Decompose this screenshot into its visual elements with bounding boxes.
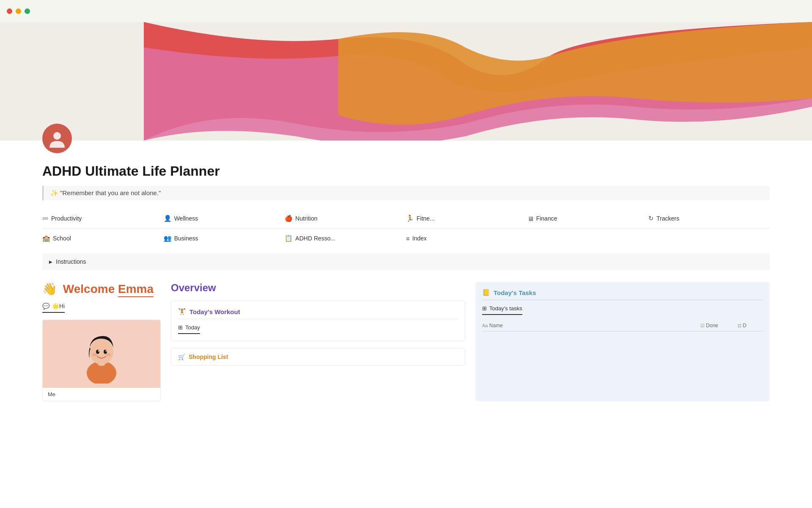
- hi-tab[interactable]: 💬 🌟Hi: [42, 303, 65, 313]
- profile-card: Me: [42, 320, 161, 401]
- tasks-table-header: Aa Name ☑ Done ⊡ D: [482, 320, 763, 331]
- finance-icon: 🖥: [527, 215, 534, 222]
- tasks-title: 📒 Today's Tasks: [482, 289, 763, 300]
- nav-empty-1: [527, 232, 649, 245]
- fitness-icon: 🏃: [406, 215, 414, 222]
- nav-row-2: 🏫 School 👥 Business 📋 ADHD Resso... ≡ In…: [42, 232, 770, 245]
- svg-point-5: [96, 350, 99, 354]
- workout-today-tab[interactable]: ⊞ Today: [178, 324, 200, 334]
- index-icon: ≡: [406, 235, 410, 242]
- wave-emoji: 👋: [42, 282, 57, 295]
- nav-nutrition[interactable]: 🍎 Nutrition: [285, 212, 406, 225]
- col-name: Aa Name: [482, 323, 697, 329]
- nav-empty-2: [648, 232, 770, 245]
- tasks-today-tab[interactable]: ⊞ Today's tasks: [482, 305, 522, 315]
- shopping-title: 🛒 Shopping List: [178, 353, 458, 360]
- productivity-icon: ≔: [42, 215, 49, 222]
- svg-point-1: [53, 132, 61, 140]
- welcome-name: Emma: [118, 282, 154, 297]
- school-icon: 🏫: [42, 235, 50, 242]
- titlebar: [0, 0, 812, 22]
- wellness-icon: 👤: [164, 215, 172, 222]
- trackers-icon: ↻: [648, 215, 654, 222]
- nav-productivity[interactable]: ≔ Productivity: [42, 212, 164, 225]
- tasks-emoji: 📒: [482, 289, 490, 296]
- nav-adhd-resources[interactable]: 📋 ADHD Resso...: [285, 232, 406, 245]
- business-icon: 👥: [164, 235, 172, 242]
- nav-fitness[interactable]: 🏃 Fitne...: [406, 212, 527, 225]
- workout-widget: 🏋 Today's Workout ⊞ Today: [171, 301, 465, 341]
- nav-school[interactable]: 🏫 School: [42, 232, 164, 245]
- quote-block: ✨ "Remember that you are not alone.": [42, 186, 770, 200]
- profile-image: [43, 320, 160, 388]
- adhd-icon: 📋: [285, 235, 293, 242]
- page-title: ADHD Ultimate Life Planner: [42, 163, 770, 179]
- shopping-emoji: 🛒: [178, 353, 185, 360]
- main-content: ADHD Ultimate Life Planner ✨ "Remember t…: [0, 153, 812, 418]
- close-button[interactable]: [7, 8, 12, 14]
- hero-banner: [0, 22, 812, 141]
- nav-wellness[interactable]: 👤 Wellness: [164, 212, 285, 225]
- svg-point-8: [106, 351, 107, 352]
- hi-label: 🌟Hi: [52, 303, 65, 309]
- col-done: ☑ Done: [700, 323, 734, 329]
- instructions-row[interactable]: ▶ Instructions: [42, 253, 770, 270]
- welcome-section: 👋 Welcome Emma 💬 🌟Hi: [42, 282, 161, 401]
- instructions-label: Instructions: [56, 258, 86, 265]
- tasks-grid-icon: ⊞: [482, 305, 487, 312]
- shopping-widget: 🛒 Shopping List: [171, 348, 465, 366]
- expand-icon: ▶: [49, 260, 52, 264]
- tasks-section: 📒 Today's Tasks ⊞ Today's tasks Aa Name …: [475, 282, 770, 401]
- nav-trackers[interactable]: ↻ Trackers: [648, 212, 770, 225]
- chat-icon: 💬: [42, 303, 49, 309]
- minimize-button[interactable]: [16, 8, 21, 14]
- workout-emoji: 🏋: [178, 308, 186, 315]
- grid-icon: ⊞: [178, 324, 183, 331]
- overview-section: Overview 🏋 Today's Workout ⊞ Today 🛒 Sho…: [171, 282, 465, 401]
- nav-row-1: ≔ Productivity 👤 Wellness 🍎 Nutrition 🏃 …: [42, 212, 770, 229]
- welcome-text: Welcome: [63, 282, 118, 295]
- svg-point-7: [98, 351, 99, 352]
- svg-point-4: [90, 339, 113, 364]
- nutrition-icon: 🍎: [285, 215, 293, 222]
- svg-point-10: [106, 353, 111, 356]
- nav-finance[interactable]: 🖥 Finance: [527, 212, 649, 225]
- workout-title: 🏋 Today's Workout: [178, 308, 458, 319]
- welcome-title: 👋 Welcome Emma: [42, 282, 161, 296]
- avatar: [42, 124, 72, 153]
- maximize-button[interactable]: [25, 8, 30, 14]
- svg-point-9: [92, 353, 97, 356]
- dashboard: 👋 Welcome Emma 💬 🌟Hi: [42, 282, 770, 401]
- nav-index[interactable]: ≡ Index: [406, 232, 527, 245]
- svg-point-6: [104, 350, 107, 354]
- col-d: ⊡ D: [738, 323, 763, 329]
- profile-label: Me: [43, 388, 160, 401]
- nav-business[interactable]: 👥 Business: [164, 232, 285, 245]
- overview-title: Overview: [171, 282, 465, 294]
